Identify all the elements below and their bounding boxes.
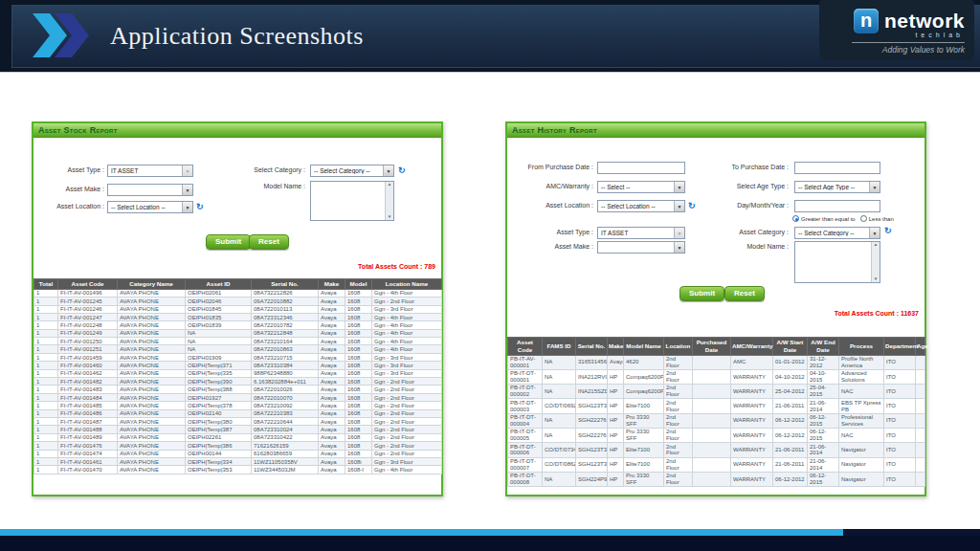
refresh-icon[interactable]: ↻ (884, 226, 892, 236)
table-cell: SGH123T34F (576, 443, 608, 457)
amc-warranty-label: AMC/Warranty : (507, 183, 593, 189)
table-cell: WARRANTY (731, 413, 773, 428)
table-cell: Ggn - 2nd Floor (372, 386, 442, 393)
table-cell: 2nd Floor (664, 443, 693, 457)
asset-make-select[interactable]: ▼ (597, 241, 685, 253)
table-cell: HP (608, 457, 624, 472)
table-cell: FI-IT-AV-001245 (58, 298, 118, 305)
table-cell: 1608i (345, 457, 372, 465)
table-cell: 1 (34, 329, 58, 337)
table-cell: Avaya (319, 402, 345, 409)
table-cell: AMC (731, 355, 773, 369)
table-row: 1FI-IT-AV-001246AVAYA PHONEOEIPH0184508A… (34, 305, 442, 313)
asset-history-table: Asset CodeFAMS IDSerial No.MakeModel Nam… (507, 337, 925, 487)
table-cell: Ggn - 2nd Floor (372, 378, 442, 386)
table-cell: 1608 (345, 378, 372, 386)
column-header: Location (664, 338, 693, 356)
scrollbar[interactable]: ▲▼ (871, 242, 880, 282)
table-cell: HP (608, 369, 624, 384)
table-cell: 1 (34, 393, 58, 401)
table-cell: Ggn - 2nd Floor (372, 450, 442, 457)
table-cell (693, 413, 731, 428)
table-cell: 1608 (345, 386, 372, 393)
select-category-label: Select Category : (206, 166, 305, 173)
table-cell: FI-IT-AV-001460 (58, 362, 118, 369)
submit-button[interactable]: Submit (679, 286, 724, 301)
company-logo: n network techlab Adding Values to Work (819, 0, 974, 60)
table-cell: EBS TP Xpress PB (839, 399, 884, 413)
table-cell: WARRANTY (731, 443, 773, 457)
submit-button[interactable]: Submit (206, 234, 251, 250)
asset-category-select[interactable]: -- Select Category -- ▼ (794, 227, 880, 239)
asset-type-select[interactable]: IT ASSET ▼ (107, 165, 193, 177)
table-cell: FI-IT-AV-001487 (58, 418, 118, 426)
table-cell (916, 399, 925, 413)
scroll-down-icon[interactable]: ▼ (388, 214, 391, 220)
table-cell: PB-IT-DT-000002 (508, 385, 543, 399)
table-cell (916, 369, 925, 384)
model-name-listbox[interactable]: ▲▼ (310, 181, 394, 221)
table-row: PB-IT-DT-000007CO/DT/0862SGH123T36DHPEli… (508, 457, 925, 472)
from-purchase-date-label: From Purchase Date : (507, 164, 593, 170)
table-cell: 1 (34, 305, 58, 313)
comparison-radio-group: Greater than equal to Less than (792, 215, 894, 222)
asset-type-select[interactable]: IT ASSET ▼ (597, 227, 685, 239)
table-cell: OEIPH|Temp|378 (186, 402, 252, 409)
table-cell: Avaya (319, 321, 345, 329)
asset-category-label: Asset Category : (689, 229, 789, 235)
less-than-radio[interactable] (860, 215, 867, 222)
table-cell: 1608 (345, 450, 372, 457)
table-cell: 08A722010863 (252, 345, 319, 353)
model-name-listbox[interactable]: ▲▼ (794, 241, 880, 283)
column-header: Make (608, 338, 624, 356)
select-age-type-select[interactable]: -- Select Age Type -- ▼ (794, 181, 880, 193)
table-cell: Advanced Solutions (839, 369, 884, 384)
greater-than-radio[interactable] (792, 215, 799, 222)
table-cell: WARRANTY (731, 399, 773, 413)
select-category-select[interactable]: -- Select Category -- ▼ (310, 165, 394, 177)
amc-warranty-select[interactable]: -- Select -- ▼ (597, 181, 685, 193)
column-header: Department (884, 338, 916, 356)
refresh-icon[interactable]: ↻ (196, 202, 204, 212)
table-cell: 1 (34, 402, 58, 409)
table-cell: PB-IT-AV-000001 (508, 355, 543, 369)
table-cell (693, 457, 731, 472)
asset-type-label: Asset Type : (507, 229, 593, 235)
table-cell: 08A732212826 (252, 289, 319, 297)
table-cell (916, 385, 925, 399)
table-cell: 21-06-2014 (808, 457, 839, 472)
table-cell: AVAYA PHONE (118, 378, 186, 386)
chevron-down-icon: ▼ (182, 165, 192, 176)
table-cell (916, 355, 925, 369)
table-cell: 08A732212848 (252, 329, 319, 337)
table-cell: 1 (34, 313, 58, 320)
scroll-up-icon[interactable]: ▲ (874, 242, 878, 248)
table-cell: Avaya (319, 433, 345, 441)
scroll-up-icon[interactable]: ▲ (388, 182, 391, 187)
model-name-label: Model Name : (689, 243, 789, 250)
asset-location-select[interactable]: -- Select Location -- ▼ (597, 200, 685, 212)
table-cell: AVAYA PHONE (118, 426, 186, 433)
table-cell: FI-IT-AV-001246 (58, 305, 118, 313)
table-cell: HP (608, 472, 624, 486)
scrollbar[interactable]: ▲▼ (385, 182, 393, 220)
table-cell: HP (608, 385, 624, 399)
asset-make-select[interactable]: ▼ (107, 184, 193, 196)
column-header: Make (319, 279, 345, 290)
from-purchase-date-input[interactable] (597, 162, 685, 174)
refresh-icon[interactable]: ↻ (398, 165, 406, 176)
table-cell: 2nd Floor (664, 355, 693, 369)
column-header: A/W End Date (808, 338, 839, 356)
day-month-year-input[interactable] (794, 200, 880, 212)
to-purchase-date-input[interactable] (794, 162, 880, 174)
table-cell: 1 (34, 457, 58, 465)
asset-location-select[interactable]: -- Select Location -- ▼ (107, 201, 193, 213)
table-cell: 1608 (345, 289, 372, 297)
reset-button[interactable]: Reset (249, 234, 289, 250)
table-cell: Ggn - 2nd Floor (372, 393, 442, 401)
table-cell: 1608 (345, 362, 372, 369)
table-row: 1FI-IT-AV-001461AVAYA PHONEOEIPH|Temp|33… (34, 457, 442, 465)
scroll-down-icon[interactable]: ▼ (874, 276, 878, 282)
reset-button[interactable]: Reset (724, 286, 765, 301)
table-cell: ITO (884, 457, 916, 472)
